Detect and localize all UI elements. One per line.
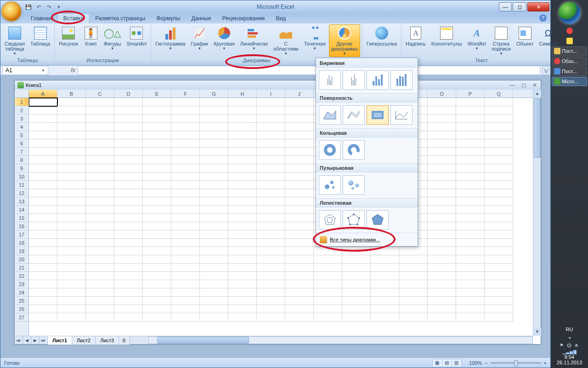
cell[interactable] [114,239,143,247]
cell[interactable] [200,98,228,106]
cell[interactable] [86,247,114,255]
cell[interactable] [228,288,257,297]
cell[interactable] [114,131,143,139]
cell[interactable] [171,214,200,222]
cell[interactable] [456,98,485,106]
cell[interactable] [114,139,143,148]
scroll-up-icon[interactable]: ▲ [533,90,541,98]
cell[interactable] [342,280,371,288]
cell[interactable] [257,239,285,247]
cell[interactable] [200,288,228,297]
cell[interactable] [171,197,200,206]
sheet-tab[interactable]: Лист1 [48,336,72,345]
cell[interactable] [171,189,200,197]
cell[interactable] [485,239,513,247]
cell[interactable] [86,230,114,239]
cell[interactable] [57,148,86,156]
cell[interactable] [114,123,143,131]
cell[interactable] [143,288,171,297]
cell[interactable] [257,280,285,288]
cell[interactable] [428,313,456,322]
cell[interactable] [171,305,200,313]
cell[interactable] [485,123,513,131]
column-header[interactable]: I [257,90,285,98]
cell[interactable] [257,230,285,239]
cell[interactable] [285,106,314,115]
cell[interactable] [57,106,86,115]
cell[interactable] [29,264,57,272]
cell[interactable] [171,181,200,189]
row-header[interactable]: 12 [15,189,28,197]
hscroll-thumb[interactable] [157,337,249,344]
view-layout-icon[interactable]: ▤ [442,359,452,367]
cell[interactable] [485,206,513,214]
row-header[interactable]: 16 [15,222,28,230]
cell[interactable] [228,197,257,206]
cell[interactable] [29,255,57,264]
cell[interactable] [29,156,57,164]
stock-chart-option[interactable] [367,70,389,90]
view-normal-icon[interactable]: ▦ [432,359,442,367]
sheet-nav-prev[interactable]: ◀ [23,336,31,345]
cell[interactable] [371,313,399,322]
tray-icons[interactable]: ⚑ ⏻ ⬘ [552,343,587,348]
cell[interactable] [285,115,314,123]
cell[interactable] [342,288,371,297]
cell[interactable] [86,197,114,206]
cell[interactable] [86,313,114,322]
all-chart-types-button[interactable]: Все типы диаграмм... [316,233,418,246]
cell[interactable] [456,280,485,288]
cell[interactable] [143,272,171,280]
bubble-chart-option[interactable] [319,175,341,195]
tab-view[interactable]: Вид [270,14,291,23]
cell[interactable] [143,156,171,164]
tab-data[interactable]: Данные [186,14,216,23]
header-footer-button[interactable]: Колонтитулы [429,24,464,48]
cell[interactable] [86,305,114,313]
cell[interactable] [143,313,171,322]
cell[interactable] [114,156,143,164]
cell[interactable] [399,297,428,305]
row-header[interactable]: 8 [15,156,28,164]
cell[interactable] [485,264,513,272]
scatter-chart-button[interactable]: • • ••Точечная▼ [302,24,328,52]
row-header[interactable]: 15 [15,214,28,222]
cell[interactable] [29,206,57,214]
radar-chart-option[interactable] [367,210,389,230]
cell[interactable] [257,214,285,222]
cell[interactable] [143,255,171,264]
cell[interactable] [257,181,285,189]
cell[interactable] [257,305,285,313]
cell[interactable] [114,222,143,230]
cell[interactable] [371,297,399,305]
column-header[interactable]: C [86,90,114,98]
cell[interactable] [428,280,456,288]
cell[interactable] [200,247,228,255]
cell[interactable] [171,313,200,322]
cell[interactable] [456,164,485,172]
cell[interactable] [57,123,86,131]
cell[interactable] [456,305,485,313]
cell[interactable] [114,280,143,288]
cell[interactable] [485,230,513,239]
row-header[interactable]: 13 [15,197,28,206]
cell[interactable] [456,313,485,322]
column-header[interactable]: B [57,90,86,98]
cell[interactable] [171,106,200,115]
column-header[interactable]: F [171,90,200,98]
cell[interactable] [200,189,228,197]
cell[interactable] [285,164,314,172]
cell[interactable] [171,131,200,139]
cell[interactable] [29,313,57,322]
cell[interactable] [86,239,114,247]
cell[interactable] [114,255,143,264]
cell[interactable] [114,98,143,106]
cell[interactable] [257,297,285,305]
cell[interactable] [285,139,314,148]
cell[interactable] [200,148,228,156]
cell[interactable] [29,214,57,222]
cell[interactable] [428,189,456,197]
cell[interactable] [29,247,57,255]
cell[interactable] [228,106,257,115]
cell[interactable] [114,264,143,272]
